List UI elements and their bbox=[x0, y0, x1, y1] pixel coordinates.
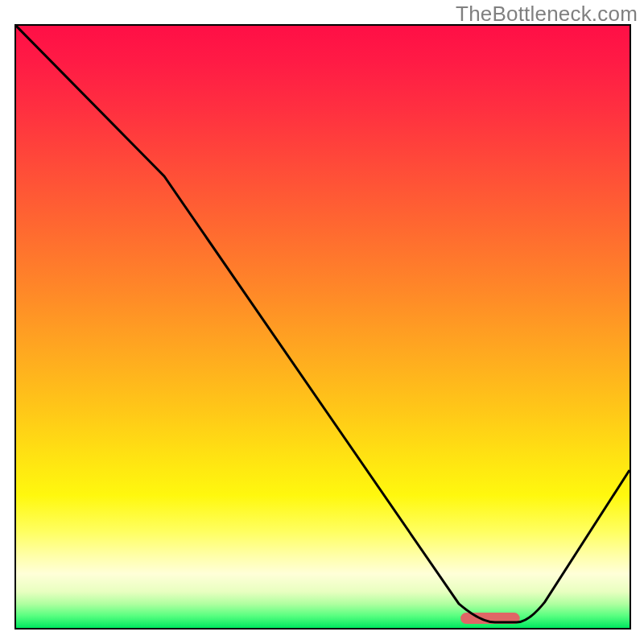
chart-svg bbox=[16, 26, 630, 628]
bottleneck-curve bbox=[16, 26, 630, 622]
plot-area bbox=[14, 24, 631, 630]
watermark-text: TheBottleneck.com bbox=[456, 2, 638, 27]
chart-frame: TheBottleneck.com bbox=[0, 0, 644, 644]
